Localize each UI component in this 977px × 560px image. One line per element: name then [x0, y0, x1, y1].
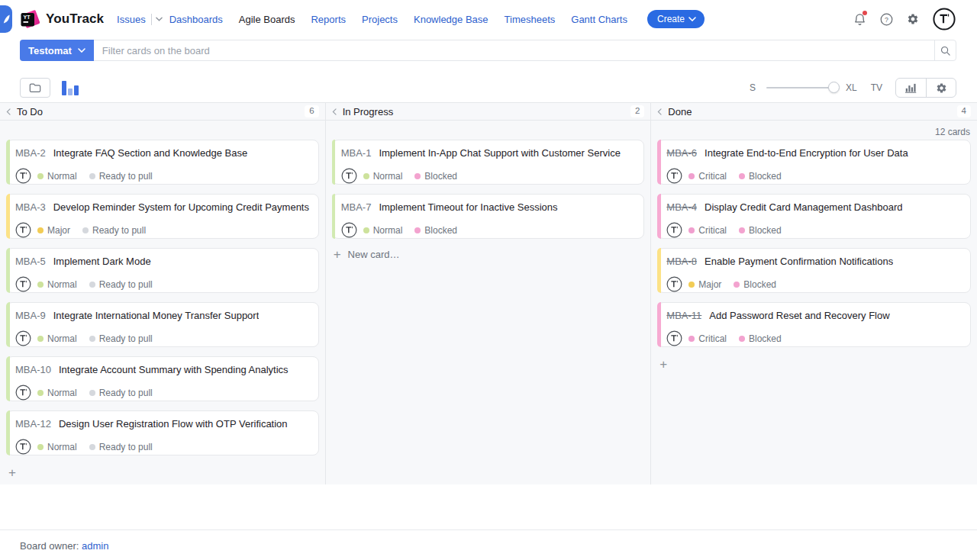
state-tag[interactable]: Blocked	[739, 225, 782, 236]
issue-id[interactable]: MBA-5	[15, 255, 46, 268]
filter-cards-input[interactable]	[93, 40, 934, 60]
slider-knob[interactable]	[828, 82, 840, 93]
issue-title[interactable]: Implement In-App Chat Support with Custo…	[379, 146, 620, 159]
issue-card[interactable]: MBA-10 Integrate Account Summary with Sp…	[6, 356, 319, 401]
issue-id[interactable]: MBA-12	[15, 417, 51, 430]
board-selector-button[interactable]: Testomat	[20, 40, 94, 61]
issue-title[interactable]: Develop Reminder System for Upcoming Cre…	[53, 201, 309, 214]
issue-id[interactable]: MBA-2	[15, 146, 46, 159]
state-tag[interactable]: Ready to pull	[89, 388, 153, 398]
issue-card[interactable]: MBA-3 Develop Reminder System for Upcomi…	[6, 194, 319, 239]
nav-item[interactable]: Timesheets	[505, 14, 556, 25]
sprint-folder-button[interactable]	[20, 78, 50, 98]
issue-title[interactable]: Implement Timeout for Inactive Sessions	[379, 201, 557, 214]
issue-card[interactable]: MBA-12 Design User Registration Flow wit…	[6, 410, 319, 455]
assignee-avatar[interactable]	[15, 330, 31, 346]
nav-item[interactable]: Agile Boards	[239, 14, 295, 25]
issue-id[interactable]: MBA-10	[15, 363, 51, 376]
issue-title[interactable]: Design User Registration Flow with OTP V…	[59, 417, 288, 430]
priority-tag[interactable]: Critical	[688, 333, 727, 344]
new-card-button[interactable]: +New card…	[332, 248, 645, 261]
priority-tag[interactable]: Critical	[688, 171, 727, 182]
notifications-bell-icon[interactable]	[852, 11, 867, 27]
issue-card[interactable]: MBA-7 Implement Timeout for Inactive Ses…	[332, 194, 645, 239]
issue-id[interactable]: MBA-11	[666, 309, 701, 322]
user-avatar[interactable]	[933, 8, 956, 31]
priority-tag[interactable]: Critical	[688, 225, 727, 236]
issue-title[interactable]: Add Password Reset and Recovery Flow	[709, 309, 889, 322]
state-tag[interactable]: Ready to pull	[82, 225, 146, 236]
priority-tag[interactable]: Normal	[363, 225, 403, 236]
board-chart-button[interactable]	[896, 79, 926, 97]
collapse-column-icon[interactable]	[657, 108, 662, 115]
youtrack-logo[interactable]: YT	[20, 9, 40, 30]
assignee-avatar[interactable]	[666, 168, 682, 184]
issue-id[interactable]: MBA-8	[666, 255, 697, 268]
nav-item[interactable]: Gantt Charts	[571, 14, 627, 25]
nav-item[interactable]: Issues	[117, 14, 163, 25]
issue-id[interactable]: MBA-9	[15, 309, 46, 322]
issue-id[interactable]: MBA-3	[15, 201, 46, 214]
priority-tag[interactable]: Major	[37, 225, 70, 236]
issue-card[interactable]: MBA-1 Implement In-App Chat Support with…	[332, 140, 645, 185]
priority-tag[interactable]: Normal	[37, 388, 77, 398]
assignee-avatar[interactable]	[341, 222, 357, 238]
state-tag[interactable]: Blocked	[414, 225, 457, 236]
issue-title[interactable]: Integrate International Money Transfer S…	[53, 309, 260, 322]
assignee-avatar[interactable]	[666, 276, 682, 292]
nav-item[interactable]: Dashboards	[169, 14, 223, 25]
state-tag[interactable]: Ready to pull	[89, 171, 153, 182]
priority-tag[interactable]: Normal	[363, 171, 403, 182]
nav-item[interactable]: Reports	[311, 14, 346, 25]
priority-tag[interactable]: Major	[688, 279, 721, 290]
browser-side-panel-tab[interactable]	[0, 5, 12, 33]
board-owner-link[interactable]: admin	[82, 540, 108, 552]
state-tag[interactable]: Ready to pull	[89, 279, 153, 290]
issue-title[interactable]: Integrate FAQ Section and Knowledge Base	[53, 146, 247, 159]
create-button[interactable]: Create	[647, 10, 705, 28]
issue-title[interactable]: Display Credit Card Management Dashboard	[705, 201, 902, 214]
issue-id[interactable]: MBA-4	[666, 201, 697, 214]
priority-tag[interactable]: Normal	[37, 279, 77, 290]
settings-gear-icon[interactable]	[905, 11, 921, 27]
board-chart-toggle-icon[interactable]	[62, 81, 79, 95]
assignee-avatar[interactable]	[15, 168, 31, 184]
search-icon[interactable]	[934, 40, 956, 60]
issue-id[interactable]: MBA-1	[341, 146, 372, 159]
priority-tag[interactable]: Normal	[37, 442, 77, 452]
priority-tag[interactable]: Normal	[37, 171, 77, 182]
column-header[interactable]: To Do 6	[0, 103, 326, 120]
collapse-column-icon[interactable]	[332, 108, 337, 115]
column-header[interactable]: In Progress 2	[326, 103, 652, 120]
state-tag[interactable]: Ready to pull	[89, 442, 153, 452]
issue-title[interactable]: Integrate End-to-End Encryption for User…	[705, 146, 908, 159]
assignee-avatar[interactable]	[15, 385, 31, 401]
chevron-down-icon[interactable]	[156, 17, 163, 21]
state-tag[interactable]: Ready to pull	[89, 333, 153, 344]
add-card-plus-button[interactable]: +	[6, 465, 21, 479]
issue-title[interactable]: Implement Dark Mode	[53, 255, 151, 268]
priority-tag[interactable]: Normal	[37, 333, 77, 344]
issue-id[interactable]: MBA-7	[341, 201, 372, 214]
collapse-column-icon[interactable]	[6, 108, 11, 115]
assignee-avatar[interactable]	[341, 168, 357, 184]
issue-title[interactable]: Enable Payment Confirmation Notification…	[705, 255, 893, 268]
board-settings-button[interactable]	[926, 79, 956, 97]
issue-card[interactable]: MBA-4 Display Credit Card Management Das…	[657, 194, 971, 239]
issue-title[interactable]: Integrate Account Summary with Spending …	[59, 363, 289, 376]
tv-mode-button[interactable]: TV	[871, 82, 882, 93]
nav-item[interactable]: Projects	[362, 14, 398, 25]
issue-card[interactable]: MBA-8 Enable Payment Confirmation Notifi…	[657, 248, 971, 293]
assignee-avatar[interactable]	[15, 222, 31, 238]
assignee-avatar[interactable]	[15, 276, 31, 292]
issue-card[interactable]: MBA-11 Add Password Reset and Recovery F…	[657, 302, 971, 347]
assignee-avatar[interactable]	[666, 330, 682, 346]
add-card-plus-button[interactable]: +	[657, 356, 672, 371]
help-icon[interactable]: ?	[879, 11, 894, 27]
issue-card[interactable]: MBA-2 Integrate FAQ Section and Knowledg…	[6, 140, 319, 185]
assignee-avatar[interactable]	[666, 222, 682, 238]
card-size-slider[interactable]	[766, 87, 834, 89]
nav-item[interactable]: Knowledge Base	[414, 14, 488, 25]
state-tag[interactable]: Blocked	[739, 171, 782, 182]
assignee-avatar[interactable]	[15, 439, 31, 455]
